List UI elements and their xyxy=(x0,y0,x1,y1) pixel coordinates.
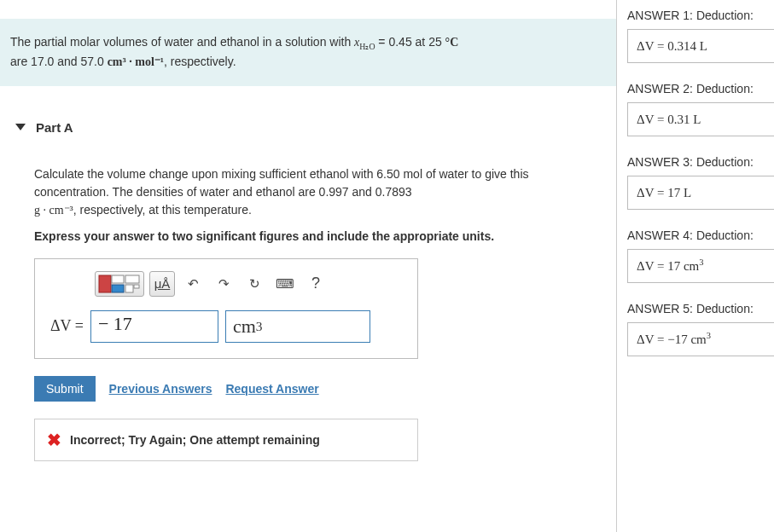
answer-option[interactable]: ΔV = 17 cm3 xyxy=(627,249,774,283)
request-answer-link[interactable]: Request Answer xyxy=(225,382,318,396)
answer-sup: 3 xyxy=(707,331,711,340)
previous-answers-link[interactable]: Previous Answers xyxy=(109,382,212,396)
answer-option[interactable]: ΔV = 0.31 L xyxy=(627,102,774,136)
svg-rect-2 xyxy=(112,285,124,292)
answer-label: ANSWER 3: Deduction: xyxy=(627,155,774,169)
chevron-down-icon xyxy=(15,124,26,130)
answer-label: ANSWER 2: Deduction: xyxy=(627,82,774,95)
feedback-text: Incorrect; Try Again; One attempt remain… xyxy=(70,433,320,447)
answer-lhs: ΔV = xyxy=(637,186,667,200)
text: Calculate the volume change upon mixing … xyxy=(34,167,529,199)
answer-label: ANSWER 1: Deduction: xyxy=(627,9,774,22)
part-a-header[interactable]: Part A xyxy=(0,112,616,143)
answer-label: ANSWER 4: Deduction: xyxy=(627,228,774,242)
submit-button[interactable]: Submit xyxy=(34,376,96,402)
instruction-text: Express your answer to two significant f… xyxy=(34,229,582,243)
answer-value: −17 cm xyxy=(667,332,707,346)
feedback-box: ✖ Incorrect; Try Again; One attempt rema… xyxy=(34,419,418,461)
sub-h2o: H₂O xyxy=(359,42,375,51)
density-unit: g · cm⁻³ xyxy=(34,204,73,217)
answer-input-box: μÅ ↶ ↷ ↻ ⌨ ? ΔV = − 17 cm3 xyxy=(34,258,418,359)
svg-rect-3 xyxy=(125,275,139,283)
text: = 0.45 at 25 xyxy=(375,35,445,49)
answer-sup: 3 xyxy=(699,257,703,267)
templates-button[interactable] xyxy=(95,271,144,297)
answer-lhs: ΔV = xyxy=(637,113,667,126)
unit-input[interactable]: cm3 xyxy=(225,310,370,343)
answer-value: 17 L xyxy=(667,186,691,200)
svg-rect-0 xyxy=(99,275,111,292)
part-label: Part A xyxy=(36,120,73,135)
keyboard-button[interactable]: ⌨ xyxy=(272,271,298,297)
answer-value: 0.31 L xyxy=(667,113,701,126)
text: , respectively, at this temperature. xyxy=(73,203,252,217)
deg-c: °C xyxy=(445,36,459,49)
ua-label: μÅ xyxy=(154,276,171,291)
answer-block: ANSWER 5: Deduction:ΔV = −17 cm3 xyxy=(627,302,774,356)
question-text: Calculate the volume change upon mixing … xyxy=(34,165,582,219)
answer-option[interactable]: ΔV = 0.314 L xyxy=(627,29,774,63)
answers-sidebar: ANSWER 1: Deduction:ΔV = 0.314 LANSWER 2… xyxy=(616,0,774,532)
delta-v-label: ΔV = xyxy=(47,317,84,335)
text: are 17.0 and 57.0 xyxy=(10,55,108,68)
answer-block: ANSWER 1: Deduction:ΔV = 0.314 L xyxy=(627,9,774,63)
undo-button[interactable]: ↶ xyxy=(180,271,206,297)
help-button[interactable]: ? xyxy=(303,271,329,297)
answer-option[interactable]: ΔV = 17 L xyxy=(627,176,774,210)
redo-button[interactable]: ↷ xyxy=(211,271,236,297)
answer-block: ANSWER 3: Deduction:ΔV = 17 L xyxy=(627,155,774,210)
value-input[interactable]: − 17 xyxy=(90,310,218,343)
unit-cm3mol: cm³ · mol⁻¹ xyxy=(108,55,164,68)
text: , respectively. xyxy=(164,55,236,68)
reset-button[interactable]: ↻ xyxy=(242,271,267,297)
answer-label: ANSWER 5: Deduction: xyxy=(627,302,774,315)
answer-value: 0.314 L xyxy=(667,39,707,53)
text: The partial molar volumes of water and e… xyxy=(10,35,354,49)
answer-lhs: ΔV = xyxy=(637,259,667,273)
svg-rect-4 xyxy=(125,285,133,292)
svg-rect-1 xyxy=(112,275,124,283)
answer-block: ANSWER 4: Deduction:ΔV = 17 cm3 xyxy=(627,228,774,283)
answer-lhs: ΔV = xyxy=(637,39,667,53)
answer-lhs: ΔV = xyxy=(637,332,667,346)
problem-statement: The partial molar volumes of water and e… xyxy=(0,19,616,86)
answer-option[interactable]: ΔV = −17 cm3 xyxy=(627,322,774,356)
greek-units-button[interactable]: μÅ xyxy=(149,271,175,297)
templates-icon xyxy=(98,274,141,294)
answer-value: 17 cm xyxy=(667,259,699,273)
equation-toolbar: μÅ ↶ ↷ ↻ ⌨ ? xyxy=(95,271,405,297)
svg-rect-5 xyxy=(134,285,139,288)
answer-block: ANSWER 2: Deduction:ΔV = 0.31 L xyxy=(627,82,774,136)
unit-text: cm xyxy=(233,315,256,338)
incorrect-icon: ✖ xyxy=(47,430,61,450)
